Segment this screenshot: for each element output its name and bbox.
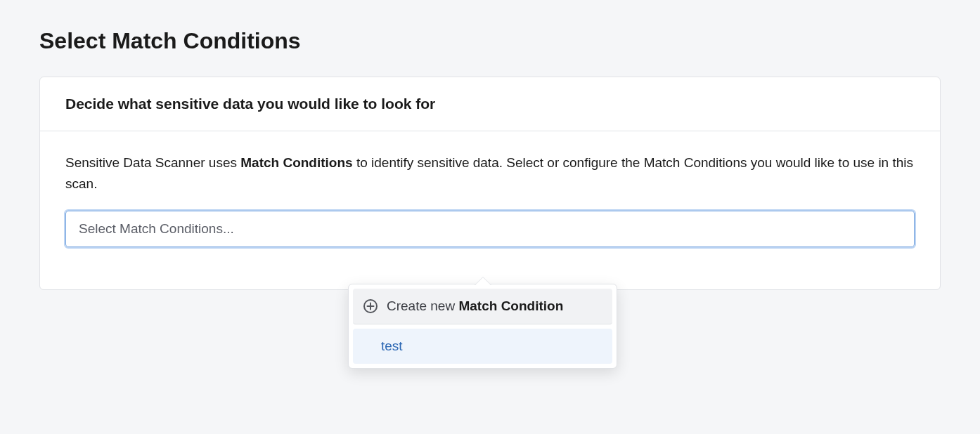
card-header-title: Decide what sensitive data you would lik… bbox=[65, 96, 915, 112]
match-conditions-dropdown: Create new Match Condition test bbox=[348, 284, 617, 369]
card-body: Sensitive Data Scanner uses Match Condit… bbox=[40, 131, 940, 289]
card-header: Decide what sensitive data you would lik… bbox=[40, 77, 940, 131]
create-bold: Match Condition bbox=[458, 298, 563, 313]
match-conditions-card: Decide what sensitive data you would lik… bbox=[39, 77, 941, 290]
select-placeholder: Select Match Conditions... bbox=[79, 221, 234, 237]
dropdown-option-test[interactable]: test bbox=[353, 329, 612, 364]
page-title: Select Match Conditions bbox=[39, 28, 941, 54]
match-conditions-select[interactable]: Select Match Conditions... bbox=[65, 211, 915, 247]
create-new-match-condition[interactable]: Create new Match Condition bbox=[353, 289, 612, 324]
create-label: Create new Match Condition bbox=[387, 298, 563, 314]
description-prefix: Sensitive Data Scanner uses bbox=[65, 155, 240, 170]
card-description: Sensitive Data Scanner uses Match Condit… bbox=[65, 152, 915, 195]
create-prefix: Create new bbox=[387, 298, 458, 313]
description-bold: Match Conditions bbox=[240, 155, 352, 170]
dropdown-arrow bbox=[475, 277, 491, 285]
plus-circle-icon bbox=[363, 298, 378, 314]
dropdown-inner: Create new Match Condition test bbox=[349, 284, 617, 368]
